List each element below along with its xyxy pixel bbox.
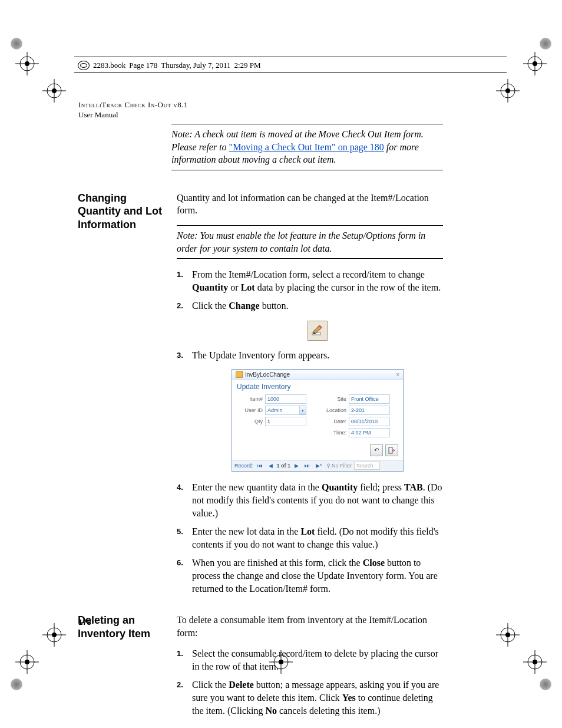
- registration-mark-tl2: [42, 79, 66, 105]
- changing-intro: Quantity and lot information can be chan…: [177, 192, 443, 217]
- form-buttons: ↶: [232, 442, 403, 460]
- note-label: Note:: [171, 129, 193, 139]
- crop-dot: [11, 38, 22, 50]
- form-body: Item# 1000 Site Front Office User ID Adm…: [232, 393, 403, 442]
- record-navigator: Record: ⏮ ◀ 1 of 1 ▶ ⏭ ▶* ⚲ No Filter Se…: [232, 460, 403, 471]
- registration-mark-tr1: [523, 52, 547, 78]
- value-site[interactable]: Front Office: [349, 394, 390, 404]
- nav-position: 1 of 1: [277, 462, 291, 469]
- form-titlebar: InvByLocChange ×: [232, 370, 403, 381]
- registration-mark-bl2: [42, 623, 66, 649]
- registration-mark-br1: [523, 650, 547, 676]
- value-location[interactable]: 2-201: [349, 406, 390, 415]
- page-number: 178: [78, 618, 91, 627]
- label-time: Time:: [318, 429, 346, 436]
- change-button-icon: [308, 321, 328, 341]
- label-site: Site: [318, 396, 346, 403]
- note-link-moving-checkout[interactable]: "Moving a Check Out Item" on page 180: [229, 142, 384, 152]
- value-item[interactable]: 1000: [265, 394, 306, 404]
- page-content: Note: A check out item is moved at the M…: [78, 124, 443, 723]
- note-text: You must enable the lot feature in the S…: [177, 230, 425, 253]
- crop-dot: [540, 678, 551, 690]
- svg-point-15: [505, 88, 510, 93]
- crop-dot: [540, 38, 551, 50]
- update-inventory-form: InvByLocChange × Update Inventory Item# …: [232, 369, 404, 472]
- note-label: Note:: [177, 230, 198, 241]
- form-icon: [236, 371, 243, 378]
- form-header: Update Inventory: [232, 380, 403, 393]
- svg-rect-37: [389, 447, 392, 453]
- step-5: Enter the new lot data in the Lot field.…: [177, 525, 443, 551]
- heading-change-qty-lot: Changing Quantity and Lot Information: [78, 192, 166, 232]
- value-userid-wrap[interactable]: Admin ▾: [265, 406, 306, 415]
- label-item: Item#: [237, 396, 263, 403]
- crop-dot: [11, 678, 22, 690]
- del-step-1: Select the consumable record/item to del…: [177, 647, 443, 673]
- del-step-2: Click the Delete button; a message appea…: [177, 678, 443, 717]
- value-userid: Admin: [265, 406, 300, 415]
- step-1: From the Item#/Location form, select a r…: [177, 268, 443, 294]
- note-lot-feature: Note: You must enable the lot feature in…: [177, 225, 443, 259]
- header-bottom-rule: [74, 72, 507, 73]
- nav-search[interactable]: Search: [354, 462, 380, 470]
- close-icon[interactable]: ×: [396, 371, 399, 379]
- undo-button-icon[interactable]: ↶: [370, 444, 383, 456]
- nav-next-icon[interactable]: ▶: [293, 462, 300, 469]
- note-checkout: Note: A check out item is moved at the M…: [171, 124, 443, 170]
- label-date: Date:: [318, 418, 346, 425]
- nav-record-label: Record:: [234, 462, 253, 469]
- registration-mark-bl1: [15, 650, 39, 676]
- running-header: IntelliTrack Check In-Out v8.1 User Manu…: [78, 100, 188, 120]
- registration-mark-tl1: [15, 52, 39, 78]
- svg-point-23: [52, 633, 57, 637]
- label-userid: User ID: [237, 407, 263, 414]
- header-time: 2:29 PM: [234, 61, 260, 70]
- label-qty: Qty: [237, 418, 263, 425]
- step-6: When you are finished at this form, clic…: [177, 556, 443, 595]
- print-header: 2283.book Page 178 Thursday, July 7, 201…: [78, 61, 504, 70]
- header-page: Page 178: [129, 61, 157, 70]
- registration-mark-br2: [496, 623, 520, 649]
- value-time[interactable]: 4:02 PM: [349, 428, 390, 437]
- svg-point-31: [505, 633, 510, 637]
- step-2: Click the Change button.: [177, 299, 443, 341]
- changing-steps: From the Item#/Location form, select a r…: [177, 268, 443, 595]
- form-window-title: InvByLocChange: [245, 371, 290, 379]
- nav-first-icon[interactable]: ⏮: [256, 462, 265, 469]
- header-day: Thursday, July 7, 2011: [161, 61, 230, 70]
- step-4: Enter the new quantity data in the Quant…: [177, 481, 443, 519]
- dropdown-icon[interactable]: ▾: [300, 406, 306, 415]
- svg-point-7: [52, 88, 57, 93]
- close-door-button-icon[interactable]: [385, 444, 398, 456]
- label-location: Location: [318, 407, 346, 414]
- step-3: The Update Inventory form appears. InvBy…: [177, 349, 443, 472]
- deleting-intro: To delete a consumable item from invento…: [177, 614, 443, 639]
- nav-new-icon[interactable]: ▶*: [314, 462, 324, 469]
- product-title: IntelliTrack Check In-Out v8.1: [78, 100, 188, 110]
- product-subtitle: User Manual: [78, 110, 188, 120]
- header-book: 2283.book: [93, 61, 125, 70]
- deleting-steps: Select the consumable record/item to del…: [177, 647, 443, 717]
- svg-point-19: [25, 660, 29, 664]
- svg-point-3: [25, 61, 29, 66]
- nav-last-icon[interactable]: ⏭: [303, 462, 312, 469]
- change-button-icon-block: [192, 321, 443, 341]
- svg-point-27: [533, 660, 537, 664]
- nav-prev-icon[interactable]: ◀: [267, 462, 275, 469]
- nav-nofilter[interactable]: ⚲ No Filter: [326, 462, 352, 469]
- registration-mark-tr2: [496, 79, 520, 105]
- value-qty[interactable]: 1: [265, 417, 306, 426]
- value-date[interactable]: 08/31/2010: [349, 417, 390, 426]
- svg-point-11: [533, 61, 537, 66]
- book-oval-icon: [78, 61, 90, 70]
- header-top-rule: [74, 57, 507, 58]
